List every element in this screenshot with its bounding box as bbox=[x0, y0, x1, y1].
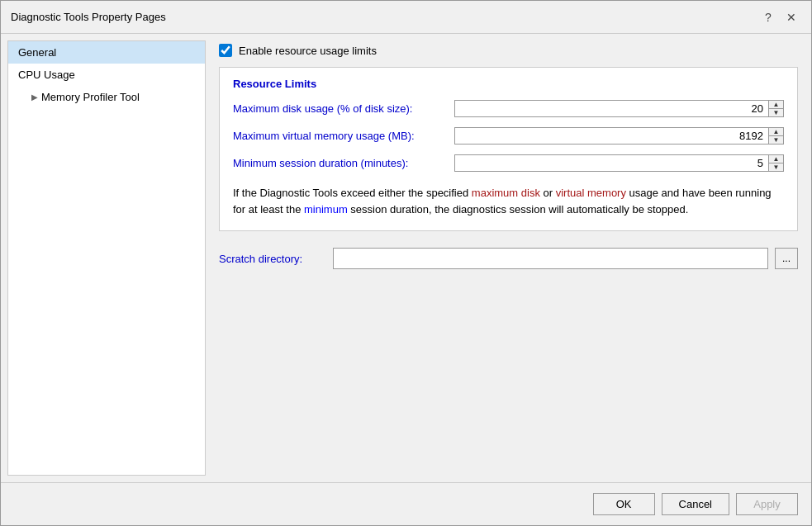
highlight-minimum: minimum bbox=[304, 203, 348, 216]
dialog: Diagnostic Tools Property Pages ? ✕ Gene… bbox=[0, 0, 812, 526]
session-duration-row: Minimum session duration (minutes): 5 ▲ … bbox=[233, 154, 784, 172]
session-duration-down-btn[interactable]: ▼ bbox=[769, 163, 783, 171]
disk-usage-down-btn[interactable]: ▼ bbox=[769, 109, 783, 116]
help-button[interactable]: ? bbox=[758, 7, 778, 27]
scratch-directory-input[interactable] bbox=[333, 248, 768, 269]
dialog-footer: OK Cancel Apply bbox=[1, 482, 811, 525]
sidebar-item-cpu-usage[interactable]: CPU Usage bbox=[8, 64, 205, 86]
sidebar-item-memory-label: Memory Profiler Tool bbox=[41, 91, 140, 103]
session-duration-spinner-btns: ▲ ▼ bbox=[768, 155, 783, 171]
disk-usage-label: Maximum disk usage (% of disk size): bbox=[233, 102, 448, 115]
scratch-directory-row: Scratch directory: ... bbox=[219, 248, 798, 269]
session-duration-up-btn[interactable]: ▲ bbox=[769, 155, 783, 163]
enable-label: Enable resource usage limits bbox=[239, 45, 377, 57]
highlight-virtual-memory: virtual memory bbox=[556, 187, 626, 199]
disk-usage-spinner-btns: ▲ ▼ bbox=[768, 101, 783, 116]
virtual-memory-input[interactable]: 8192 bbox=[455, 128, 768, 144]
resource-limits-group: Resource Limits Maximum disk usage (% of… bbox=[219, 67, 798, 231]
title-bar: Diagnostic Tools Property Pages ? ✕ bbox=[1, 1, 811, 34]
sidebar: General CPU Usage ▶ Memory Profiler Tool bbox=[7, 40, 206, 476]
close-button[interactable]: ✕ bbox=[781, 7, 801, 27]
sidebar-item-cpu-label: CPU Usage bbox=[18, 69, 75, 81]
ok-button[interactable]: OK bbox=[593, 493, 655, 515]
virtual-memory-down-btn[interactable]: ▼ bbox=[769, 136, 783, 144]
apply-button[interactable]: Apply bbox=[736, 493, 798, 515]
session-duration-spinner: 5 ▲ ▼ bbox=[454, 154, 784, 172]
cancel-button[interactable]: Cancel bbox=[662, 493, 729, 515]
virtual-memory-row: Maximum virtual memory usage (MB): 8192 … bbox=[233, 127, 784, 145]
sidebar-item-memory-profiler[interactable]: ▶ Memory Profiler Tool bbox=[8, 86, 205, 108]
virtual-memory-label: Maximum virtual memory usage (MB): bbox=[233, 130, 448, 142]
chevron-right-icon: ▶ bbox=[31, 92, 38, 102]
virtual-memory-spinner: 8192 ▲ ▼ bbox=[454, 127, 784, 145]
virtual-memory-spinner-btns: ▲ ▼ bbox=[768, 128, 783, 144]
dialog-title: Diagnostic Tools Property Pages bbox=[11, 11, 166, 23]
resource-limits-title: Resource Limits bbox=[233, 78, 784, 90]
session-duration-input[interactable]: 5 bbox=[455, 155, 768, 171]
dialog-body: General CPU Usage ▶ Memory Profiler Tool… bbox=[1, 34, 811, 482]
disk-usage-up-btn[interactable]: ▲ bbox=[769, 101, 783, 109]
virtual-memory-up-btn[interactable]: ▲ bbox=[769, 128, 783, 136]
highlight-max-disk: maximum disk bbox=[472, 187, 540, 199]
sidebar-item-general[interactable]: General bbox=[8, 41, 205, 64]
scratch-directory-label: Scratch directory: bbox=[219, 253, 326, 265]
content-area: Enable resource usage limits Resource Li… bbox=[206, 34, 811, 482]
enable-row: Enable resource usage limits bbox=[219, 44, 798, 57]
sidebar-item-general-label: General bbox=[18, 46, 56, 59]
disk-usage-input[interactable]: 20 bbox=[455, 101, 768, 116]
browse-button[interactable]: ... bbox=[775, 248, 798, 269]
disk-usage-spinner: 20 ▲ ▼ bbox=[454, 100, 784, 117]
info-text: If the Diagnostic Tools exceed either th… bbox=[233, 182, 784, 220]
enable-checkbox[interactable] bbox=[219, 44, 232, 57]
session-duration-label: Minimum session duration (minutes): bbox=[233, 157, 448, 169]
title-bar-controls: ? ✕ bbox=[758, 7, 801, 27]
disk-usage-row: Maximum disk usage (% of disk size): 20 … bbox=[233, 100, 784, 117]
